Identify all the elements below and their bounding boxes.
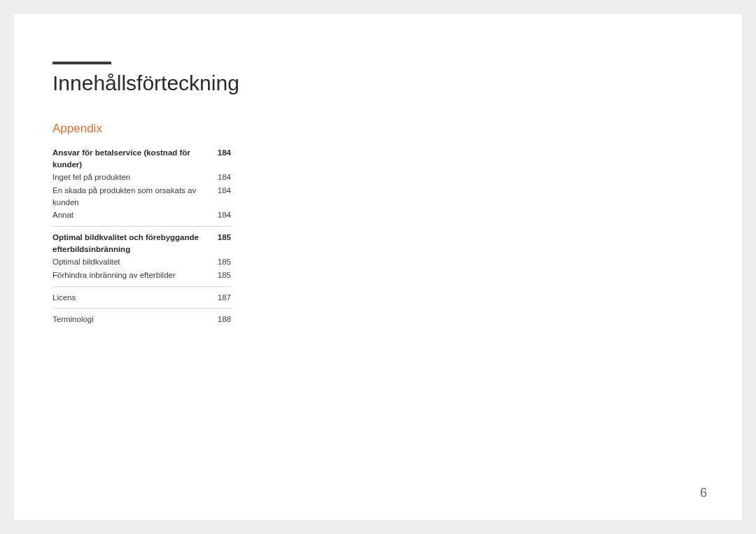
- toc-entry[interactable]: Ansvar för betalservice (kostnad för kun…: [52, 147, 231, 170]
- toc-separator: [52, 286, 231, 287]
- page-number: 6: [700, 486, 707, 500]
- section-title: Appendix: [52, 122, 704, 136]
- toc-entry-page: 184: [218, 171, 231, 183]
- toc-entry[interactable]: Inget fel på produkten184: [52, 171, 231, 183]
- accent-bar: [52, 62, 111, 64]
- toc-entry-label: Licens: [52, 292, 214, 304]
- toc-entry-label: Inget fel på produkten: [52, 171, 214, 183]
- toc-entry-page: 184: [218, 185, 231, 197]
- toc-entry-page: 185: [218, 256, 231, 268]
- toc-entry[interactable]: Förhindra inbränning av efterbilder185: [52, 269, 231, 281]
- toc-entry-label: Optimal bildkvalitet och förebyggande ef…: [52, 232, 214, 255]
- toc-entry-page: 188: [218, 314, 231, 325]
- toc-entry-page: 187: [218, 292, 231, 304]
- toc-entry[interactable]: Terminologi188: [52, 314, 231, 325]
- toc-entry-page: 184: [218, 209, 231, 221]
- toc-entry[interactable]: Licens187: [52, 292, 231, 304]
- toc-entry-label: Förhindra inbränning av efterbilder: [52, 269, 214, 281]
- toc-entry-label: Annat: [52, 209, 214, 221]
- toc-entry[interactable]: En skada på produkten som orsakats av ku…: [52, 185, 231, 208]
- toc-entry[interactable]: Optimal bildkvalitet185: [52, 256, 231, 268]
- toc-entry-label: Terminologi: [52, 314, 214, 325]
- document-page: Innehållsförteckning Appendix Ansvar för…: [14, 14, 742, 520]
- toc-entry[interactable]: Annat184: [52, 209, 231, 221]
- toc-entry-label: Ansvar för betalservice (kostnad för kun…: [52, 147, 214, 170]
- toc-entry-page: 184: [218, 147, 231, 159]
- page-title: Innehållsförteckning: [52, 71, 704, 95]
- toc-separator: [52, 226, 231, 227]
- toc-entry-label: En skada på produkten som orsakats av ku…: [52, 185, 214, 208]
- toc-entry[interactable]: Optimal bildkvalitet och förebyggande ef…: [52, 232, 231, 255]
- toc-entry-page: 185: [218, 232, 231, 244]
- toc-entry-label: Optimal bildkvalitet: [52, 256, 214, 268]
- toc-column: Ansvar för betalservice (kostnad för kun…: [52, 147, 231, 325]
- toc-separator: [52, 308, 231, 309]
- toc-entry-page: 185: [218, 269, 231, 281]
